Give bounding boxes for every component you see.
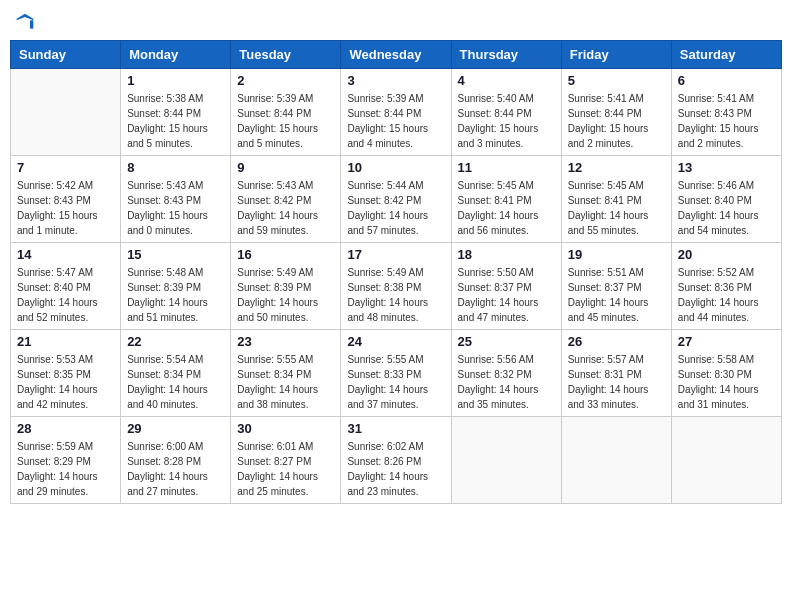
table-row: 7Sunrise: 5:42 AMSunset: 8:43 PMDaylight… xyxy=(11,155,121,242)
table-row: 15Sunrise: 5:48 AMSunset: 8:39 PMDayligh… xyxy=(121,242,231,329)
calendar-week-row: 7Sunrise: 5:42 AMSunset: 8:43 PMDaylight… xyxy=(11,155,782,242)
day-info: Sunrise: 5:53 AMSunset: 8:35 PMDaylight:… xyxy=(17,352,114,412)
day-number: 6 xyxy=(678,73,775,88)
calendar-week-row: 21Sunrise: 5:53 AMSunset: 8:35 PMDayligh… xyxy=(11,329,782,416)
day-info: Sunrise: 5:45 AMSunset: 8:41 PMDaylight:… xyxy=(458,178,555,238)
table-row: 27Sunrise: 5:58 AMSunset: 8:30 PMDayligh… xyxy=(671,329,781,416)
calendar-table: Sunday Monday Tuesday Wednesday Thursday… xyxy=(10,40,782,504)
day-info: Sunrise: 5:58 AMSunset: 8:30 PMDaylight:… xyxy=(678,352,775,412)
day-info: Sunrise: 5:44 AMSunset: 8:42 PMDaylight:… xyxy=(347,178,444,238)
day-number: 24 xyxy=(347,334,444,349)
day-number: 25 xyxy=(458,334,555,349)
day-info: Sunrise: 6:00 AMSunset: 8:28 PMDaylight:… xyxy=(127,439,224,499)
day-number: 30 xyxy=(237,421,334,436)
day-info: Sunrise: 5:43 AMSunset: 8:43 PMDaylight:… xyxy=(127,178,224,238)
day-number: 7 xyxy=(17,160,114,175)
table-row: 2Sunrise: 5:39 AMSunset: 8:44 PMDaylight… xyxy=(231,68,341,155)
day-info: Sunrise: 5:38 AMSunset: 8:44 PMDaylight:… xyxy=(127,91,224,151)
calendar-header-row: Sunday Monday Tuesday Wednesday Thursday… xyxy=(11,40,782,68)
day-number: 14 xyxy=(17,247,114,262)
day-info: Sunrise: 5:52 AMSunset: 8:36 PMDaylight:… xyxy=(678,265,775,325)
table-row: 25Sunrise: 5:56 AMSunset: 8:32 PMDayligh… xyxy=(451,329,561,416)
day-number: 23 xyxy=(237,334,334,349)
day-info: Sunrise: 5:40 AMSunset: 8:44 PMDaylight:… xyxy=(458,91,555,151)
day-info: Sunrise: 5:39 AMSunset: 8:44 PMDaylight:… xyxy=(237,91,334,151)
table-row: 5Sunrise: 5:41 AMSunset: 8:44 PMDaylight… xyxy=(561,68,671,155)
table-row: 23Sunrise: 5:55 AMSunset: 8:34 PMDayligh… xyxy=(231,329,341,416)
header-sunday: Sunday xyxy=(11,40,121,68)
day-number: 15 xyxy=(127,247,224,262)
day-number: 28 xyxy=(17,421,114,436)
table-row: 21Sunrise: 5:53 AMSunset: 8:35 PMDayligh… xyxy=(11,329,121,416)
table-row: 19Sunrise: 5:51 AMSunset: 8:37 PMDayligh… xyxy=(561,242,671,329)
table-row: 12Sunrise: 5:45 AMSunset: 8:41 PMDayligh… xyxy=(561,155,671,242)
table-row: 4Sunrise: 5:40 AMSunset: 8:44 PMDaylight… xyxy=(451,68,561,155)
day-info: Sunrise: 6:02 AMSunset: 8:26 PMDaylight:… xyxy=(347,439,444,499)
day-info: Sunrise: 5:46 AMSunset: 8:40 PMDaylight:… xyxy=(678,178,775,238)
day-number: 26 xyxy=(568,334,665,349)
header-saturday: Saturday xyxy=(671,40,781,68)
day-number: 4 xyxy=(458,73,555,88)
day-info: Sunrise: 5:41 AMSunset: 8:44 PMDaylight:… xyxy=(568,91,665,151)
day-info: Sunrise: 5:55 AMSunset: 8:34 PMDaylight:… xyxy=(237,352,334,412)
day-number: 21 xyxy=(17,334,114,349)
table-row: 31Sunrise: 6:02 AMSunset: 8:26 PMDayligh… xyxy=(341,416,451,503)
table-row: 29Sunrise: 6:00 AMSunset: 8:28 PMDayligh… xyxy=(121,416,231,503)
day-number: 11 xyxy=(458,160,555,175)
day-number: 10 xyxy=(347,160,444,175)
table-row: 3Sunrise: 5:39 AMSunset: 8:44 PMDaylight… xyxy=(341,68,451,155)
table-row: 24Sunrise: 5:55 AMSunset: 8:33 PMDayligh… xyxy=(341,329,451,416)
day-number: 29 xyxy=(127,421,224,436)
table-row: 11Sunrise: 5:45 AMSunset: 8:41 PMDayligh… xyxy=(451,155,561,242)
table-row: 18Sunrise: 5:50 AMSunset: 8:37 PMDayligh… xyxy=(451,242,561,329)
day-info: Sunrise: 5:49 AMSunset: 8:38 PMDaylight:… xyxy=(347,265,444,325)
day-number: 20 xyxy=(678,247,775,262)
day-number: 18 xyxy=(458,247,555,262)
table-row: 14Sunrise: 5:47 AMSunset: 8:40 PMDayligh… xyxy=(11,242,121,329)
day-info: Sunrise: 5:55 AMSunset: 8:33 PMDaylight:… xyxy=(347,352,444,412)
table-row xyxy=(11,68,121,155)
logo xyxy=(14,10,36,32)
day-info: Sunrise: 5:43 AMSunset: 8:42 PMDaylight:… xyxy=(237,178,334,238)
day-number: 9 xyxy=(237,160,334,175)
header-tuesday: Tuesday xyxy=(231,40,341,68)
table-row: 9Sunrise: 5:43 AMSunset: 8:42 PMDaylight… xyxy=(231,155,341,242)
day-info: Sunrise: 5:54 AMSunset: 8:34 PMDaylight:… xyxy=(127,352,224,412)
table-row: 17Sunrise: 5:49 AMSunset: 8:38 PMDayligh… xyxy=(341,242,451,329)
table-row xyxy=(451,416,561,503)
table-row: 20Sunrise: 5:52 AMSunset: 8:36 PMDayligh… xyxy=(671,242,781,329)
page-header xyxy=(10,10,782,32)
day-info: Sunrise: 5:41 AMSunset: 8:43 PMDaylight:… xyxy=(678,91,775,151)
table-row: 22Sunrise: 5:54 AMSunset: 8:34 PMDayligh… xyxy=(121,329,231,416)
day-number: 19 xyxy=(568,247,665,262)
table-row: 10Sunrise: 5:44 AMSunset: 8:42 PMDayligh… xyxy=(341,155,451,242)
table-row: 16Sunrise: 5:49 AMSunset: 8:39 PMDayligh… xyxy=(231,242,341,329)
table-row: 1Sunrise: 5:38 AMSunset: 8:44 PMDaylight… xyxy=(121,68,231,155)
day-number: 27 xyxy=(678,334,775,349)
day-info: Sunrise: 5:39 AMSunset: 8:44 PMDaylight:… xyxy=(347,91,444,151)
day-number: 17 xyxy=(347,247,444,262)
day-info: Sunrise: 5:59 AMSunset: 8:29 PMDaylight:… xyxy=(17,439,114,499)
day-number: 16 xyxy=(237,247,334,262)
logo-icon xyxy=(15,12,35,32)
day-info: Sunrise: 5:56 AMSunset: 8:32 PMDaylight:… xyxy=(458,352,555,412)
calendar-week-row: 28Sunrise: 5:59 AMSunset: 8:29 PMDayligh… xyxy=(11,416,782,503)
day-number: 5 xyxy=(568,73,665,88)
day-number: 3 xyxy=(347,73,444,88)
day-number: 31 xyxy=(347,421,444,436)
day-info: Sunrise: 5:50 AMSunset: 8:37 PMDaylight:… xyxy=(458,265,555,325)
day-number: 13 xyxy=(678,160,775,175)
calendar-week-row: 14Sunrise: 5:47 AMSunset: 8:40 PMDayligh… xyxy=(11,242,782,329)
day-number: 22 xyxy=(127,334,224,349)
day-info: Sunrise: 5:45 AMSunset: 8:41 PMDaylight:… xyxy=(568,178,665,238)
day-info: Sunrise: 5:51 AMSunset: 8:37 PMDaylight:… xyxy=(568,265,665,325)
day-info: Sunrise: 5:57 AMSunset: 8:31 PMDaylight:… xyxy=(568,352,665,412)
table-row: 30Sunrise: 6:01 AMSunset: 8:27 PMDayligh… xyxy=(231,416,341,503)
day-number: 1 xyxy=(127,73,224,88)
table-row xyxy=(561,416,671,503)
day-info: Sunrise: 5:47 AMSunset: 8:40 PMDaylight:… xyxy=(17,265,114,325)
header-monday: Monday xyxy=(121,40,231,68)
day-number: 2 xyxy=(237,73,334,88)
day-number: 8 xyxy=(127,160,224,175)
table-row xyxy=(671,416,781,503)
